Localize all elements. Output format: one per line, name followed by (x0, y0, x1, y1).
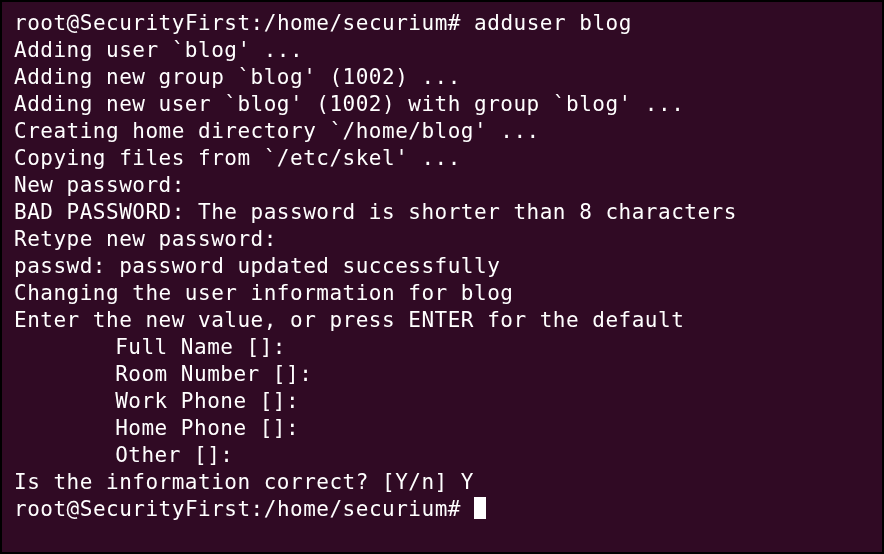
output-line: Adding new user `blog' (1002) with group… (14, 91, 870, 118)
output-line: BAD PASSWORD: The password is shorter th… (14, 199, 870, 226)
output-line: Creating home directory `/home/blog' ... (14, 118, 870, 145)
output-line: New password: (14, 172, 870, 199)
output-line-field: Full Name []: (14, 334, 870, 361)
output-line-field: Work Phone []: (14, 388, 870, 415)
output-line: passwd: password updated successfully (14, 253, 870, 280)
prompt-user-host: root@SecurityFirst (14, 11, 251, 35)
output-line: Retype new password: (14, 226, 870, 253)
output-line: Enter the new value, or press ENTER for … (14, 307, 870, 334)
output-line: Adding user `blog' ... (14, 37, 870, 64)
prompt-line-2: root@SecurityFirst:/home/securium# (14, 496, 870, 523)
prompt-symbol: # (448, 497, 461, 521)
terminal-output[interactable]: root@SecurityFirst:/home/securium# addus… (14, 10, 870, 523)
output-line: Is the information correct? [Y/n] Y (14, 469, 870, 496)
prompt-symbol: # (448, 11, 461, 35)
output-line-field: Other []: (14, 442, 870, 469)
output-line: Copying files from `/etc/skel' ... (14, 145, 870, 172)
output-line-field: Home Phone []: (14, 415, 870, 442)
output-line: Adding new group `blog' (1002) ... (14, 64, 870, 91)
cursor-icon (474, 497, 486, 519)
output-line-field: Room Number []: (14, 361, 870, 388)
prompt-user-host: root@SecurityFirst (14, 497, 251, 521)
prompt-line-1: root@SecurityFirst:/home/securium# addus… (14, 10, 870, 37)
prompt-path: /home/securium (264, 11, 448, 35)
command-text: adduser blog (474, 11, 632, 35)
output-line: Changing the user information for blog (14, 280, 870, 307)
prompt-path: /home/securium (264, 497, 448, 521)
